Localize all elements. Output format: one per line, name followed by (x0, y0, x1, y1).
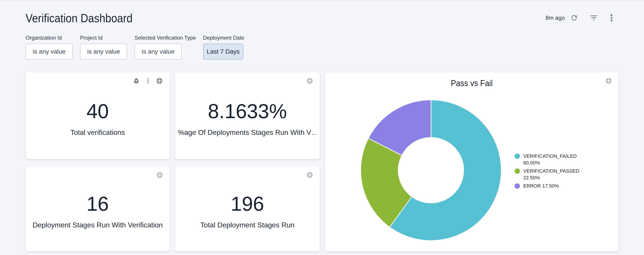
legend-item-verification_passed[interactable]: VERIFICATION_PASSED 22.50% (514, 168, 588, 181)
dashboard-page: Verification Dashboard 8m ago Organizati… (0, 0, 644, 255)
kpi-value: 16 (86, 194, 109, 214)
last-refresh-timestamp: 8m ago (546, 13, 565, 22)
chart-legend: VERIFICATION_FAILED 60.00%VERIFICATION_P… (514, 153, 588, 191)
tile-actions (133, 77, 163, 84)
globe-icon[interactable] (306, 172, 313, 178)
refresh-button[interactable] (570, 13, 578, 22)
tile-more-icon[interactable] (144, 77, 151, 84)
globe-icon[interactable] (156, 172, 163, 178)
tile-pass-vs-fail-chart: Pass vs Fail VERIFICATION_FAILED 60.00%V… (325, 72, 619, 251)
kpi-label: Total verifications (70, 128, 125, 137)
kpi-label: Total Deployment Stages Run (200, 220, 294, 229)
legend-label: VERIFICATION_FAILED 60.00% (523, 153, 588, 166)
header-actions: 8m ago (546, 13, 616, 22)
kebab-menu-icon (608, 14, 615, 22)
filter-value-button[interactable]: is any value (26, 44, 73, 60)
legend-marker-icon (514, 154, 520, 159)
tile-pct-deployments-with-verification: 8.1633% %age Of Deployments Stages Run W… (175, 72, 320, 159)
filter-value-button[interactable]: is any value (134, 44, 182, 60)
kpi-label: Deployment Stages Run With Verification (32, 220, 162, 229)
kpi-value: 196 (230, 194, 264, 214)
legend-label: VERIFICATION_PASSED 22.50% (523, 168, 588, 181)
legend-marker-icon (514, 168, 520, 174)
legend-item-verification_failed[interactable]: VERIFICATION_FAILED 60.00% (514, 153, 588, 166)
dashboard-more-button[interactable] (607, 13, 616, 22)
top-divider (0, 1, 644, 1)
legend-item-error[interactable]: ERROR 17.50% (514, 183, 588, 189)
tile-total-verifications: 40 Total verifications (26, 72, 170, 159)
tile-deployment-stages-run-with-verification: 16 Deployment Stages Run With Verificati… (26, 166, 170, 251)
filter-label: Project Id (80, 35, 102, 41)
filter-icon (589, 13, 598, 23)
refresh-icon (570, 14, 578, 22)
filter-label: Selected Verification Type (134, 35, 196, 41)
tile-total-deployment-stages-run: 196 Total Deployment Stages Run (175, 166, 320, 251)
globe-icon[interactable] (156, 77, 163, 84)
page-title: Verification Dashboard (26, 12, 132, 24)
filter-label: Deployment Date (203, 35, 244, 41)
alert-bell-icon[interactable] (133, 77, 140, 84)
legend-marker-icon (514, 183, 520, 189)
dashboard-filters-button[interactable] (589, 13, 598, 22)
kpi-value: 40 (86, 101, 109, 121)
kpi-label: %age Of Deployments Stages Run With V… (178, 128, 317, 137)
globe-icon[interactable] (306, 77, 313, 84)
filter-label: Organization Id (26, 35, 62, 41)
kpi-value: 8.1633% (208, 101, 287, 121)
filter-value-button[interactable]: is any value (80, 44, 127, 60)
filter-value-button[interactable]: Last 7 Days (203, 44, 243, 60)
legend-label: ERROR 17.50% (523, 183, 588, 189)
